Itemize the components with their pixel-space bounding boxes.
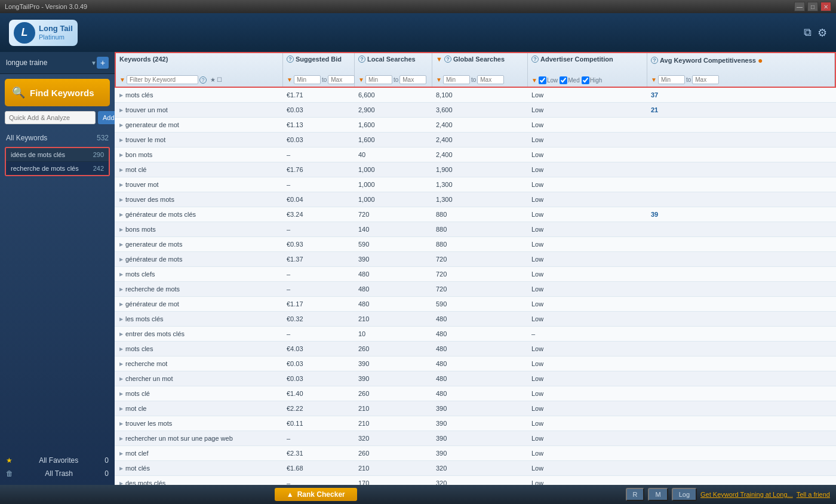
logo-area: L Long Tail Platinum (9, 20, 78, 46)
external-link-icon[interactable]: ⧉ (804, 26, 812, 39)
table-row[interactable]: ▶ generateur de mot €1.13 1,600 2,400 Lo… (115, 118, 836, 133)
row-expand-arrow-15[interactable]: ▶ (119, 316, 123, 322)
table-row[interactable]: ▶ mot clé €1.76 1,000 1,900 Low (115, 162, 836, 177)
row-expand-arrow-16[interactable]: ▶ (119, 331, 123, 337)
table-row[interactable]: ▶ rechercher un mot sur une page web – 3… (115, 431, 836, 446)
table-row[interactable]: ▶ mot clef €2.31 260 390 Low (115, 446, 836, 461)
table-row[interactable]: ▶ entrer des mots clés – 10 480 – (115, 327, 836, 342)
cell-avg-21 (646, 407, 836, 410)
row-expand-arrow-1[interactable]: ▶ (119, 107, 123, 113)
table-row[interactable]: ▶ generateur de mots €0.93 590 880 Low (115, 237, 836, 252)
high-checkbox[interactable] (582, 76, 589, 84)
table-row[interactable]: ▶ chercher un mot €0.03 390 480 Low (115, 371, 836, 386)
table-row[interactable]: ▶ trouver un mot €0.03 2,900 3,600 Low 2… (115, 103, 836, 118)
row-expand-arrow-4[interactable]: ▶ (119, 152, 123, 158)
low-checkbox[interactable] (539, 76, 546, 84)
row-expand-arrow-14[interactable]: ▶ (119, 302, 123, 307)
gear-icon[interactable]: ⚙ (817, 26, 827, 39)
table-row[interactable]: ▶ générateur de mot €1.17 480 590 Low (115, 297, 836, 312)
cell-keyword-14: ▶ générateur de mot (115, 299, 282, 309)
cell-global-1: 3,600 (431, 105, 527, 115)
row-expand-arrow-19[interactable]: ▶ (119, 376, 123, 382)
row-expand-arrow-6[interactable]: ▶ (119, 182, 123, 188)
table-row[interactable]: ▶ trouver mot – 1,000 1,300 Low (115, 177, 836, 192)
minimize-button[interactable]: — (794, 2, 805, 11)
row-expand-arrow-5[interactable]: ▶ (119, 167, 123, 173)
cell-local-10: 590 (354, 239, 431, 250)
table-row[interactable]: ▶ générateur de mots €1.37 390 720 Low (115, 252, 836, 267)
quick-add-input[interactable] (5, 111, 96, 124)
table-row[interactable]: ▶ générateur de mots clés €3.24 720 880 … (115, 207, 836, 222)
med-checkbox-label[interactable]: Med (560, 76, 579, 84)
close-button[interactable]: ✕ (820, 2, 831, 11)
low-checkbox-label[interactable]: Low (539, 76, 558, 84)
keyword-group-item-1[interactable]: recherche de mots clés 242 (6, 162, 109, 175)
row-expand-arrow-12[interactable]: ▶ (119, 272, 123, 277)
table-row[interactable]: ▶ recherche mot €0.03 390 480 Low (115, 357, 836, 371)
table-row[interactable]: ▶ recherche de mots – 480 720 Low (115, 282, 836, 297)
table-row[interactable]: ▶ trouver des mots €0.04 1,000 1,300 Low (115, 192, 836, 207)
row-expand-arrow-24[interactable]: ▶ (119, 451, 123, 456)
keyword-text-5: mot clé (125, 166, 146, 173)
row-expand-arrow-22[interactable]: ▶ (119, 421, 123, 426)
row-expand-arrow-7[interactable]: ▶ (119, 197, 123, 202)
keyword-group-item-0[interactable]: idées de mots clés 290 (6, 148, 109, 162)
table-row[interactable]: ▶ trouver les mots €0.11 210 390 Low (115, 416, 836, 431)
avg-max-input[interactable] (692, 75, 719, 84)
content-area: longue traine ▼ + 🔍 Find Keywords Add Al… (0, 52, 836, 485)
row-expand-arrow-8[interactable]: ▶ (119, 212, 123, 217)
trash-icon: 🗑 (6, 469, 13, 478)
training-link[interactable]: Get Keyword Training at Long... (700, 491, 793, 498)
row-expand-arrow-21[interactable]: ▶ (119, 406, 123, 411)
global-max-input[interactable] (477, 75, 504, 84)
med-checkbox[interactable] (560, 76, 567, 84)
maximize-button[interactable]: □ (807, 2, 818, 11)
all-trash-item[interactable]: 🗑 All Trash 0 (5, 467, 110, 480)
row-expand-arrow-11[interactable]: ▶ (119, 257, 123, 262)
table-row[interactable]: ▶ les mots clés €0.32 210 480 Low (115, 312, 836, 327)
table-row[interactable]: ▶ trouver le mot €0.03 1,600 2,400 Low (115, 133, 836, 147)
row-expand-arrow-3[interactable]: ▶ (119, 137, 123, 143)
bid-max-input[interactable] (328, 75, 355, 84)
row-expand-arrow-17[interactable]: ▶ (119, 346, 123, 352)
row-expand-arrow-26[interactable]: ▶ (119, 481, 123, 485)
table-row[interactable]: ▶ mot clés €1.68 210 320 Low (115, 461, 836, 476)
log-button[interactable]: Log (672, 488, 697, 501)
table-row[interactable]: ▶ mots clefs – 480 720 Low (115, 267, 836, 282)
main-area: Keywords (242) ▼ ? ★ ☐ ? Suggested Bid (115, 52, 836, 485)
table-row[interactable]: ▶ mots clés €1.71 6,600 8,100 Low 37 (115, 88, 836, 103)
table-row[interactable]: ▶ bon mots – 40 2,400 Low (115, 147, 836, 162)
table-row[interactable]: ▶ mot cle €2.22 210 390 Low (115, 401, 836, 416)
add-search-group-button[interactable]: + (97, 57, 109, 69)
row-expand-arrow-13[interactable]: ▶ (119, 287, 123, 292)
row-expand-arrow-0[interactable]: ▶ (119, 93, 123, 98)
global-min-input[interactable] (443, 75, 470, 84)
cell-adv-5: Low (527, 164, 646, 175)
row-expand-arrow-10[interactable]: ▶ (119, 242, 123, 247)
r-button[interactable]: R (626, 488, 645, 501)
row-expand-arrow-18[interactable]: ▶ (119, 361, 123, 367)
all-favorites-item[interactable]: ★ All Favorites 0 (5, 454, 110, 467)
m-button[interactable]: M (648, 488, 668, 501)
row-expand-arrow-2[interactable]: ▶ (119, 122, 123, 128)
row-expand-arrow-23[interactable]: ▶ (119, 436, 123, 441)
local-min-input[interactable] (365, 75, 392, 84)
table-row[interactable]: ▶ des mots clés – 170 320 Low (115, 476, 836, 485)
table-row[interactable]: ▶ mots clé €1.40 260 480 Low (115, 386, 836, 401)
cell-global-23: 390 (431, 433, 527, 444)
table-row[interactable]: ▶ mots cles €4.03 260 480 Low (115, 342, 836, 357)
row-expand-arrow-20[interactable]: ▶ (119, 391, 123, 397)
logo-platinum: Platinum (39, 33, 73, 41)
row-expand-arrow-25[interactable]: ▶ (119, 466, 123, 471)
bid-min-input[interactable] (294, 75, 321, 84)
tell-friend-link[interactable]: Tell a friend (797, 491, 830, 498)
local-max-input[interactable] (399, 75, 426, 84)
keyword-filter-input[interactable] (127, 75, 198, 84)
cell-local-13: 480 (354, 284, 431, 294)
row-expand-arrow-9[interactable]: ▶ (119, 227, 123, 232)
rank-checker-button[interactable]: ▲ Rank Checker (275, 488, 357, 501)
avg-min-input[interactable] (658, 75, 685, 84)
find-keywords-button[interactable]: 🔍 Find Keywords (5, 79, 110, 106)
table-row[interactable]: ▶ bons mots – 140 880 Low (115, 222, 836, 237)
high-checkbox-label[interactable]: High (582, 76, 603, 84)
